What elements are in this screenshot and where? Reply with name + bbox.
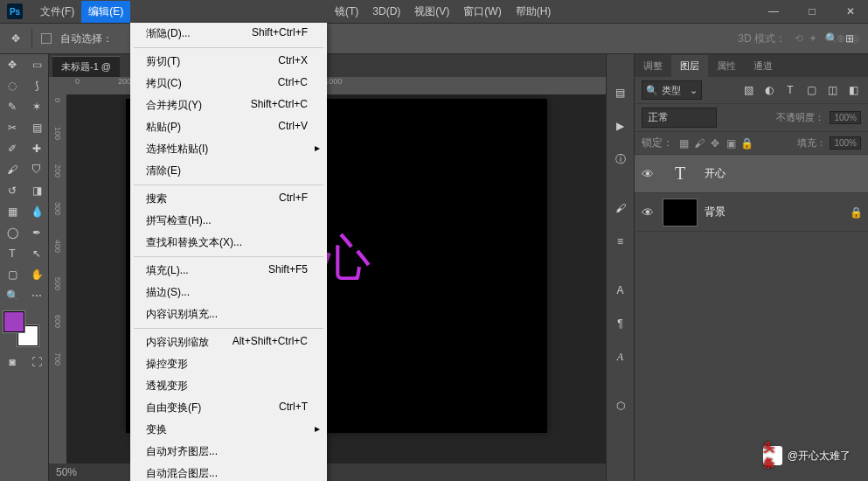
- zoom-tool[interactable]: 🔍: [0, 285, 24, 306]
- blur-tool[interactable]: 💧: [24, 201, 49, 222]
- menu-item[interactable]: 填充(L)...Shift+F5: [130, 260, 327, 282]
- stamp-tool[interactable]: ⛉: [24, 159, 49, 180]
- menu-item[interactable]: 拷贝(C)Ctrl+C: [130, 73, 327, 94]
- eyedropper-tool[interactable]: ✐: [0, 138, 24, 159]
- lock-all-icon[interactable]: 🔒: [740, 136, 753, 150]
- tab-layers[interactable]: 图层: [671, 55, 708, 77]
- tab-adjustments[interactable]: 调整: [635, 55, 671, 77]
- dock-brushes-icon[interactable]: 🖌: [608, 194, 633, 222]
- menu-item[interactable]: 操控变形: [130, 353, 327, 375]
- opacity-value[interactable]: 100%: [830, 111, 861, 124]
- visibility-toggle[interactable]: 👁: [640, 167, 656, 181]
- dock-properties-icon[interactable]: ▤: [608, 79, 633, 107]
- visibility-toggle[interactable]: 👁: [640, 206, 656, 220]
- healing-tool[interactable]: ✚: [24, 138, 49, 159]
- menu-item[interactable]: 描边(S)...: [130, 282, 327, 303]
- tab-channels[interactable]: 通道: [745, 55, 781, 77]
- menu-item[interactable]: 拼写检查(H)...: [130, 210, 327, 232]
- menu-item[interactable]: 渐隐(D)...Shift+Ctrl+F: [130, 23, 327, 45]
- filter-type-icon[interactable]: T: [782, 82, 798, 98]
- edit-toolbar[interactable]: ⋯: [24, 285, 49, 306]
- dock-glyphs-icon[interactable]: A: [608, 343, 633, 371]
- zoom-level[interactable]: 50%: [56, 466, 77, 478]
- quickmask-tool[interactable]: ◙: [0, 352, 24, 373]
- eraser-tool[interactable]: ◨: [24, 180, 49, 201]
- layer-name[interactable]: 背景: [705, 205, 843, 220]
- blend-mode-select[interactable]: 正常: [642, 108, 717, 128]
- color-swatches[interactable]: [3, 311, 38, 346]
- menu-item[interactable]: 搜索Ctrl+F: [130, 188, 327, 210]
- layer-background[interactable]: 👁 背景 🔒: [635, 193, 868, 232]
- move-tool[interactable]: ✥: [0, 54, 24, 75]
- menu-item[interactable]: 内容识别缩放Alt+Shift+Ctrl+C: [130, 331, 327, 353]
- lock-position-icon[interactable]: ✥: [708, 136, 722, 150]
- path-select-tool[interactable]: ↖: [24, 243, 49, 264]
- rectangle-tool[interactable]: ▢: [0, 264, 24, 285]
- lasso-tool[interactable]: ⟆: [24, 75, 49, 96]
- dock-3d-icon[interactable]: ⬡: [608, 392, 633, 420]
- document-tab[interactable]: 未标题-1 @: [52, 56, 120, 77]
- gradient-tool[interactable]: ▦: [0, 201, 24, 222]
- marquee-tool[interactable]: ◌: [0, 75, 24, 96]
- lock-pixels-icon[interactable]: 🖌: [692, 136, 706, 150]
- menu-item[interactable]: 清除(E): [130, 160, 327, 182]
- dock-history-icon[interactable]: ▶: [608, 112, 633, 140]
- lock-transparency-icon[interactable]: ▦: [677, 136, 691, 150]
- restore-button[interactable]: □: [802, 5, 823, 17]
- menu-3d[interactable]: 3D(D): [365, 2, 407, 21]
- type-tool[interactable]: T: [0, 243, 24, 264]
- hand-tool[interactable]: ✋: [24, 264, 49, 285]
- menu-item[interactable]: 自动对齐图层...: [130, 441, 327, 463]
- filter-smart-icon[interactable]: ◫: [824, 82, 840, 98]
- screenmode-tool[interactable]: ⛶: [24, 352, 49, 373]
- menu-window[interactable]: 窗口(W): [456, 1, 508, 23]
- magic-wand-tool[interactable]: ✶: [24, 96, 49, 117]
- menu-item[interactable]: 合并拷贝(Y)Shift+Ctrl+C: [130, 94, 327, 116]
- watermark: 头条 @开心太难了: [763, 446, 851, 465]
- layer-text[interactable]: 👁 T 开心: [635, 155, 868, 193]
- dodge-tool[interactable]: ◯: [0, 222, 24, 243]
- filter-shape-icon[interactable]: ▢: [803, 82, 819, 98]
- menu-view[interactable]: 视图(V): [407, 1, 456, 23]
- frame-tool[interactable]: ▤: [24, 117, 49, 138]
- menu-item[interactable]: 剪切(T)Ctrl+X: [130, 51, 327, 73]
- menu-help[interactable]: 帮助(H): [509, 1, 559, 23]
- move-tool-icon: ✥: [9, 31, 23, 45]
- menu-filter[interactable]: 镜(T): [328, 1, 365, 23]
- fill-value[interactable]: 100%: [830, 136, 861, 150]
- filter-adjust-icon[interactable]: ◐: [761, 82, 777, 98]
- dock-info-icon[interactable]: ⓘ: [608, 145, 633, 173]
- lock-artboard-icon[interactable]: ▣: [724, 136, 738, 150]
- menu-edit[interactable]: 编辑(E): [81, 1, 130, 23]
- dock-swatches-icon[interactable]: ≡: [608, 227, 633, 255]
- close-button[interactable]: ✕: [840, 5, 861, 17]
- minimize-button[interactable]: —: [763, 5, 784, 17]
- autoselect-checkbox[interactable]: [41, 33, 52, 44]
- dock-paragraph-icon[interactable]: ¶: [608, 310, 633, 338]
- crop-tool[interactable]: ✂: [0, 117, 24, 138]
- menu-item[interactable]: 变换: [130, 419, 327, 441]
- layer-name[interactable]: 开心: [705, 166, 863, 181]
- menu-item[interactable]: 透视变形: [130, 375, 327, 397]
- filter-toggle-icon[interactable]: ◧: [845, 82, 861, 98]
- menu-file[interactable]: 文件(F): [33, 1, 81, 23]
- menu-item[interactable]: 自动混合图层...: [130, 463, 327, 481]
- menu-item[interactable]: 内容识别填充...: [130, 303, 327, 325]
- quick-select-tool[interactable]: ✎: [0, 96, 24, 117]
- menu-item[interactable]: 粘贴(P)Ctrl+V: [130, 116, 327, 138]
- artboard-tool[interactable]: ▭: [24, 54, 49, 75]
- menu-item[interactable]: 查找和替换文本(X)...: [130, 232, 327, 254]
- brush-tool[interactable]: 🖌: [0, 159, 24, 180]
- dock-character-icon[interactable]: A: [608, 276, 633, 304]
- tab-properties[interactable]: 属性: [708, 55, 745, 77]
- menu-item[interactable]: 自由变换(F)Ctrl+T: [130, 397, 327, 419]
- filter-pixel-icon[interactable]: ▧: [740, 82, 756, 98]
- pen-tool[interactable]: ✒: [24, 222, 49, 243]
- divider: [31, 29, 32, 48]
- workspace-icon[interactable]: ⊞: [845, 32, 854, 45]
- menu-item[interactable]: 选择性粘贴(I): [130, 138, 327, 160]
- type-filter[interactable]: 🔍 类型 ⌄: [642, 80, 702, 100]
- history-brush-tool[interactable]: ↺: [0, 180, 24, 201]
- search-icon[interactable]: 🔍: [825, 32, 838, 45]
- foreground-swatch[interactable]: [3, 311, 24, 332]
